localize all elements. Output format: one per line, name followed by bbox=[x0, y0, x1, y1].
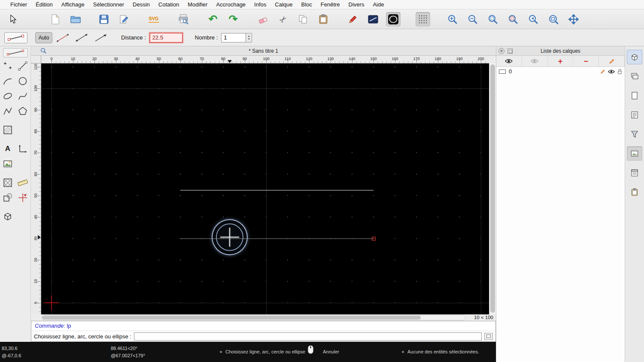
tool-snap-button[interactable] bbox=[16, 191, 30, 205]
tool-pattern-button[interactable] bbox=[1, 176, 15, 190]
circle-visibility-button[interactable] bbox=[386, 12, 401, 27]
erase-button[interactable] bbox=[255, 12, 270, 27]
show-all-layers-button[interactable] bbox=[496, 56, 522, 66]
tool-measure-button[interactable] bbox=[16, 176, 30, 190]
drawing-canvas[interactable] bbox=[41, 63, 489, 314]
menu-selectionner[interactable]: Sélectionner bbox=[89, 0, 128, 9]
open-file-button[interactable] bbox=[68, 12, 83, 27]
menu-edition[interactable]: Édition bbox=[31, 0, 57, 9]
auto-button[interactable]: Auto bbox=[35, 32, 52, 43]
tool-solid-button[interactable] bbox=[1, 210, 15, 223]
selection-filter-toggle[interactable] bbox=[627, 127, 642, 142]
layer-row[interactable]: 0 bbox=[496, 67, 625, 76]
tool-polygon-button[interactable] bbox=[16, 104, 30, 118]
view-list-toggle[interactable] bbox=[627, 108, 642, 122]
pan-button[interactable] bbox=[566, 12, 581, 27]
menu-fenetre[interactable]: Fenêtre bbox=[316, 0, 344, 9]
zoom-in-button[interactable] bbox=[445, 12, 460, 27]
library-browser-toggle[interactable] bbox=[627, 146, 642, 161]
pen-button[interactable] bbox=[346, 12, 360, 27]
tool-text-button[interactable]: A bbox=[1, 142, 15, 156]
tool-polyline-button[interactable] bbox=[1, 104, 15, 118]
tool-shape-button[interactable] bbox=[1, 191, 15, 205]
tool-arc-button[interactable] bbox=[1, 74, 15, 88]
layer-lock-icon[interactable] bbox=[617, 69, 622, 74]
grid-toggle-button[interactable] bbox=[416, 12, 430, 27]
menu-fichier[interactable]: Fichier bbox=[6, 0, 31, 9]
back-to-main-tools-button[interactable] bbox=[3, 48, 28, 57]
zoom-out-button[interactable] bbox=[465, 12, 480, 27]
property-editor-toggle[interactable] bbox=[627, 50, 642, 64]
polygon-tool-icon bbox=[18, 106, 28, 116]
menu-infos[interactable]: Infos bbox=[250, 0, 270, 9]
command-options-button[interactable] bbox=[484, 333, 493, 340]
tool-spline-button[interactable] bbox=[16, 89, 30, 103]
print-preview-button[interactable] bbox=[176, 12, 191, 27]
zoom-window-button[interactable] bbox=[546, 12, 561, 27]
document-zoom-icon[interactable] bbox=[40, 48, 47, 54]
new-document-button[interactable] bbox=[48, 12, 63, 27]
ruler-number: 110 bbox=[33, 62, 38, 72]
left-click-hint: Choisissez ligne, arc, cercle ou ellipse bbox=[220, 349, 305, 354]
menu-bloc[interactable]: Bloc bbox=[297, 0, 316, 9]
block-list-toggle[interactable] bbox=[627, 88, 642, 103]
tool-image-button[interactable] bbox=[1, 157, 15, 171]
tool-dimension-button[interactable] bbox=[16, 142, 30, 156]
line-mode-free-button[interactable] bbox=[54, 32, 71, 44]
menu-dessin[interactable]: Dessin bbox=[128, 0, 154, 9]
cut-button[interactable]: ✂ bbox=[276, 12, 290, 27]
edit-layer-button[interactable] bbox=[599, 56, 625, 66]
line-mode-both-arrows-button[interactable] bbox=[73, 32, 90, 44]
undo-button[interactable]: ↶ bbox=[206, 12, 220, 27]
tool-line-button[interactable] bbox=[16, 59, 30, 73]
menu-modifier[interactable]: Modifier bbox=[183, 0, 212, 9]
save-button[interactable] bbox=[97, 12, 111, 27]
show-active-layer-button[interactable] bbox=[522, 56, 548, 66]
menu-calque[interactable]: Calque bbox=[270, 0, 297, 9]
tool-hatch-button[interactable] bbox=[1, 123, 15, 137]
tool-point-button[interactable] bbox=[1, 59, 15, 73]
add-layer-button[interactable]: + bbox=[548, 56, 574, 66]
menu-aide[interactable]: Aide bbox=[368, 0, 388, 9]
horizontal-scrollbar[interactable] bbox=[41, 315, 466, 320]
layer-list-toggle[interactable] bbox=[627, 69, 642, 84]
auto-zoom-button[interactable] bbox=[486, 12, 500, 27]
paste-button[interactable] bbox=[316, 12, 331, 27]
panel-float-icon[interactable] bbox=[507, 48, 513, 54]
count-input[interactable] bbox=[221, 33, 246, 42]
svg-export-button[interactable]: SVG bbox=[146, 12, 161, 27]
previous-view-icon bbox=[528, 14, 538, 24]
ruler-number: 140 bbox=[349, 57, 355, 61]
horizontal-scrollbar-thumb[interactable] bbox=[42, 316, 421, 320]
tool-circle-button[interactable] bbox=[16, 74, 30, 88]
layer-visibility-eye-icon[interactable] bbox=[608, 69, 615, 74]
attributes-button[interactable] bbox=[366, 12, 380, 27]
command-input[interactable] bbox=[134, 332, 482, 341]
layer-edit-pencil-icon[interactable] bbox=[600, 69, 605, 74]
menu-cotation[interactable]: Cotation bbox=[154, 0, 183, 9]
selection-pointer-button[interactable] bbox=[5, 12, 20, 27]
menu-divers[interactable]: Divers bbox=[344, 0, 369, 9]
line-mode-arrow-button[interactable] bbox=[92, 32, 109, 44]
remove-layer-button[interactable]: − bbox=[573, 56, 599, 66]
line-entity[interactable] bbox=[180, 190, 374, 190]
panel-close-icon[interactable]: ✕ bbox=[498, 48, 504, 54]
ruler-number: 70 bbox=[33, 148, 38, 157]
save-as-button[interactable] bbox=[117, 12, 131, 27]
tool-ellipse-button[interactable] bbox=[1, 89, 15, 103]
line-entity[interactable] bbox=[180, 238, 374, 239]
previous-view-button[interactable] bbox=[526, 12, 541, 27]
menu-affichage[interactable]: Affichage bbox=[57, 0, 89, 9]
vertical-scrollbar[interactable] bbox=[489, 63, 496, 314]
count-spinner[interactable]: ▲▼ bbox=[246, 33, 252, 42]
command-history-toggle[interactable] bbox=[627, 166, 642, 180]
copy-button[interactable] bbox=[296, 12, 310, 27]
layer-color-swatch[interactable] bbox=[499, 69, 506, 74]
redo-button[interactable]: ↷ bbox=[226, 12, 240, 27]
distance-input[interactable] bbox=[149, 33, 183, 43]
clipboard-panel-toggle[interactable] bbox=[627, 185, 642, 199]
current-tool-button[interactable] bbox=[4, 32, 27, 43]
vertical-scrollbar-thumb[interactable] bbox=[490, 64, 495, 313]
menu-accrochage[interactable]: Accrochage bbox=[212, 0, 250, 9]
zoom-selection-button[interactable] bbox=[506, 12, 520, 27]
